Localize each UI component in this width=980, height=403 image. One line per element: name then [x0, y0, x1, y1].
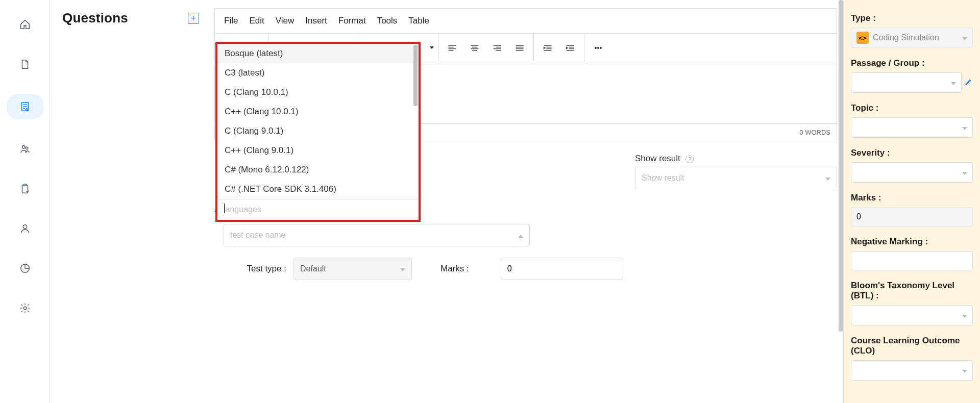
align-justify-icon: [514, 43, 525, 53]
language-option[interactable]: C# (Mono 6.12.0.122): [217, 160, 419, 180]
menu-format[interactable]: Format: [338, 16, 366, 26]
language-option[interactable]: C++ (Clang 9.0.1): [217, 141, 419, 160]
nav-people[interactable]: [11, 139, 39, 159]
home-icon: [19, 19, 31, 30]
test-case-name-input[interactable]: [230, 231, 518, 240]
indent-icon: [565, 43, 575, 53]
align-justify-button[interactable]: [509, 39, 530, 57]
show-result-select[interactable]: Show result: [635, 167, 837, 189]
menu-edit[interactable]: Edit: [249, 16, 264, 26]
nav-questions[interactable]: [7, 94, 43, 119]
more-button[interactable]: [587, 39, 609, 57]
edit-passage-button[interactable]: [965, 78, 973, 88]
prop-marks-input[interactable]: [851, 207, 973, 226]
show-result-label: Show result: [635, 154, 680, 163]
menu-tools[interactable]: Tools: [377, 16, 398, 26]
show-result-help-icon[interactable]: ?: [685, 155, 694, 163]
menu-table[interactable]: Table: [408, 16, 429, 26]
show-result-placeholder: Show result: [642, 173, 684, 183]
prop-type-select[interactable]: <> Coding Simulation: [851, 28, 973, 48]
nav-home[interactable]: [11, 14, 39, 35]
gear-icon: [19, 303, 31, 314]
menu-file[interactable]: File: [224, 16, 238, 26]
scrollbar-thumb[interactable]: [839, 0, 843, 332]
scrollbar-thumb[interactable]: [413, 45, 418, 106]
prop-type-label: Type: [851, 13, 973, 23]
chevron-up-icon[interactable]: [518, 231, 523, 240]
svg-point-11: [598, 47, 599, 48]
code-icon: <>: [856, 32, 869, 44]
language-option[interactable]: C (Clang 9.0.1): [217, 121, 419, 141]
testcase-marks-input[interactable]: [501, 258, 623, 280]
language-option[interactable]: C (Clang 10.0.1): [217, 83, 419, 102]
user-icon: [19, 223, 31, 234]
menu-view[interactable]: View: [276, 16, 295, 26]
svg-point-1: [26, 109, 28, 111]
questions-title: Questions: [62, 10, 128, 26]
language-search-input[interactable]: [217, 199, 419, 220]
prop-btl-label: Bloom's Taxonomy Level (BTL): [851, 281, 973, 301]
language-option[interactable]: C3 (latest): [217, 63, 419, 83]
prop-topic-select[interactable]: [851, 117, 973, 138]
language-dropdown: Bosque (latest) C3 (latest) C (Clang 10.…: [215, 42, 421, 222]
language-option-list[interactable]: Bosque (latest) C3 (latest) C (Clang 10.…: [217, 44, 419, 199]
word-count: 0 WORDS: [799, 129, 830, 136]
side-nav: [0, 0, 50, 403]
align-right-button[interactable]: [486, 39, 508, 57]
align-left-button[interactable]: [442, 39, 463, 57]
outdent-button[interactable]: [537, 39, 558, 57]
prop-marks-label: Marks: [851, 193, 973, 203]
svg-point-3: [26, 147, 28, 149]
nav-clipboard[interactable]: [11, 179, 39, 199]
nav-document[interactable]: [11, 54, 39, 74]
main-editor-area: File Edit View Insert Format Tools Table: [208, 0, 843, 403]
chevron-down-icon: [962, 33, 967, 42]
language-option[interactable]: C++ (Clang 10.0.1): [217, 102, 419, 121]
chevron-down-icon: [962, 123, 967, 132]
add-question-button[interactable]: +: [188, 13, 199, 24]
test-type-select[interactable]: Default: [293, 258, 412, 280]
align-center-button[interactable]: [464, 39, 485, 57]
nav-reports[interactable]: [11, 258, 39, 279]
prop-btl-select[interactable]: [851, 305, 973, 325]
align-center-icon: [470, 43, 480, 53]
text-color-caret[interactable]: [429, 46, 435, 49]
language-search-wrap: [217, 199, 419, 220]
questions-panel: Questions +: [50, 0, 208, 403]
nav-settings[interactable]: [11, 298, 39, 318]
people-icon: [19, 143, 31, 155]
chevron-down-icon: [825, 173, 830, 183]
test-case-row: Test type : Default Marks :: [214, 258, 837, 280]
menu-insert[interactable]: Insert: [305, 16, 327, 26]
piechart-icon: [19, 263, 31, 274]
chevron-down-icon: [962, 311, 967, 320]
indent-button[interactable]: [559, 39, 581, 57]
language-option[interactable]: Bosque (latest): [217, 44, 419, 63]
plus-icon: +: [191, 14, 197, 23]
clipboard-check-icon: [19, 183, 31, 194]
language-option[interactable]: C# (.NET Core SDK 3.1.406): [217, 180, 419, 199]
prop-severity-label: Severity: [851, 148, 973, 158]
prop-clo-label: Course Learning Outcome (CLO): [851, 336, 973, 356]
svg-point-10: [595, 47, 597, 48]
prop-clo-select[interactable]: [851, 360, 973, 381]
outdent-icon: [543, 43, 553, 53]
prop-passage-select[interactable]: [851, 72, 962, 93]
nav-user[interactable]: [11, 218, 39, 239]
document-icon: [19, 59, 31, 70]
editor-menubar: File Edit View Insert Format Tools Table: [215, 9, 837, 34]
test-type-label: Test type: [247, 264, 282, 273]
question-doc-icon: [19, 101, 31, 112]
svg-point-8: [23, 307, 27, 310]
prop-negmark-input[interactable]: [851, 251, 973, 270]
align-right-icon: [492, 43, 502, 53]
testcase-marks-label: Marks: [440, 264, 464, 273]
chevron-down-icon: [951, 78, 956, 87]
test-type-value: Default: [300, 264, 326, 273]
prop-topic-label: Topic: [851, 103, 973, 113]
prop-severity-select[interactable]: [851, 162, 973, 183]
chevron-down-icon: [962, 366, 967, 375]
prop-type-value: Coding Simulation: [873, 33, 939, 42]
align-left-icon: [447, 43, 457, 53]
properties-panel: Type <> Coding Simulation Passage / Grou…: [843, 0, 980, 403]
